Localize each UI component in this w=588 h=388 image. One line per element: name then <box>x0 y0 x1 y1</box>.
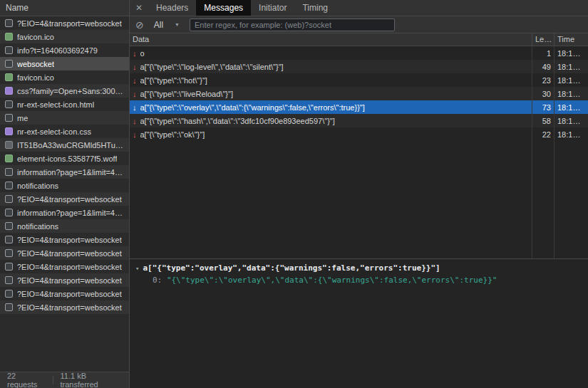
resource-type-icon <box>5 127 13 135</box>
message-row[interactable]: ↓ a["{\"type\":\"ok\"}"] 22 18:1… <box>130 127 588 141</box>
request-name: websocket <box>17 60 54 68</box>
request-row[interactable]: information?page=1&limit=4… <box>0 165 129 179</box>
request-row[interactable]: ?EIO=4&transport=websocket <box>0 16 129 30</box>
resource-type-icon <box>5 249 13 257</box>
message-length: 58 <box>532 117 555 125</box>
network-status-bar: 22 requests 11.1 kB transferred <box>0 372 129 388</box>
payload-summary: a["{"type":"overlay","data":{"warnings":… <box>143 263 440 273</box>
message-length: 30 <box>532 90 555 98</box>
resource-type-icon <box>5 60 13 68</box>
resource-type-icon <box>5 46 13 54</box>
resource-type-icon <box>5 114 13 122</box>
tab-initiator[interactable]: Initiator <box>251 0 294 16</box>
message-row[interactable]: ↓ a["{\"type\":\"liveReload\"}"] 30 18:1… <box>130 87 588 100</box>
column-header-length[interactable]: Le… <box>532 33 555 46</box>
request-row[interactable]: notifications <box>0 219 129 233</box>
request-name: ?EIO=4&transport=websocket <box>17 195 122 204</box>
message-data: o <box>140 49 145 58</box>
column-header-time[interactable]: Time <box>555 33 588 46</box>
payload-item-key: 0: <box>153 276 167 285</box>
request-row[interactable]: ?EIO=4&transport=websocket <box>0 300 129 314</box>
request-row[interactable]: favicon.ico <box>0 70 129 84</box>
close-detail-button[interactable]: ✕ <box>130 0 148 16</box>
message-data: a["{\"type\":\"log-level\",\"data\":\"si… <box>140 63 284 71</box>
message-row[interactable]: ↓ a["{\"type\":\"hash\",\"data\":\"3dfc1… <box>130 114 588 127</box>
payload-tree-root[interactable]: ▾ a["{"type":"overlay","data":{"warnings… <box>135 263 582 273</box>
message-row[interactable]: ↓ a["{\"type\":\"hot\"}"] 23 18:1… <box>130 73 588 87</box>
devtools-network-panel: Name ?EIO=4&transport=websocket favicon.… <box>0 0 588 388</box>
chevron-down-icon: ▼ <box>175 22 180 27</box>
message-type-filter-dropdown[interactable]: All ▼ <box>151 20 182 30</box>
resource-type-icon <box>5 276 13 284</box>
resource-type-icon <box>5 263 13 271</box>
resource-type-icon <box>5 290 13 298</box>
message-received-arrow-icon: ↓ <box>133 103 137 112</box>
request-row[interactable]: ?EIO=4&transport=websocket <box>0 260 129 273</box>
request-row[interactable]: websocket <box>0 57 129 70</box>
request-list-pane: Name ?EIO=4&transport=websocket favicon.… <box>0 0 130 388</box>
request-row[interactable]: favicon.ico <box>0 30 129 43</box>
message-length: 73 <box>532 103 555 112</box>
column-header-data[interactable]: Data <box>130 33 532 46</box>
message-data: a["{\"type\":\"overlay\",\"data\":{\"war… <box>140 103 365 112</box>
request-name: ?EIO=4&transport=websocket <box>17 303 122 312</box>
request-row[interactable]: me <box>0 111 129 125</box>
request-name: ?EIO=4&transport=websocket <box>17 236 122 244</box>
message-row[interactable]: ↓ o 1 18:1… <box>130 46 588 60</box>
request-row[interactable]: nr-ext-select-icon.css <box>0 125 129 138</box>
message-received-arrow-icon: ↓ <box>133 76 137 85</box>
transferred-size: 11.1 kB transferred <box>61 372 122 388</box>
request-row[interactable]: ?EIO=4&transport=websocket <box>0 273 129 287</box>
message-data: a["{\"type\":\"hot\"}"] <box>140 76 207 85</box>
resource-type-icon <box>5 73 13 81</box>
message-received-arrow-icon: ↓ <box>133 117 137 125</box>
payload-tree-item[interactable]: 0: "{\"type\":\"overlay\",\"data\":{\"wa… <box>135 276 582 285</box>
request-row[interactable]: ?EIO=4&transport=websocket <box>0 287 129 300</box>
tab-headers[interactable]: Headers <box>148 0 196 16</box>
name-column-header[interactable]: Name <box>0 0 129 16</box>
tab-messages[interactable]: Messages <box>196 0 251 16</box>
request-name: notifications <box>17 182 58 190</box>
request-row[interactable]: ?EIO=4&transport=websocket <box>0 246 129 260</box>
resource-type-icon <box>5 87 13 95</box>
request-row[interactable]: information?page=1&limit=4… <box>0 206 129 219</box>
expand-triangle-icon: ▾ <box>135 265 139 272</box>
tab-timing[interactable]: Timing <box>294 0 336 16</box>
request-name: ?EIO=4&transport=websocket <box>17 249 122 258</box>
messages-table-header: Data Le… Time <box>130 33 588 46</box>
request-name: element-icons.535877f5.woff <box>17 154 117 163</box>
request-name: favicon.ico <box>17 33 54 41</box>
request-list: ?EIO=4&transport=websocket favicon.ico i… <box>0 16 129 372</box>
detail-tab-bar: ✕ Headers Messages Initiator Timing <box>130 0 588 16</box>
request-name: ?EIO=4&transport=websocket <box>17 276 122 285</box>
request-name: css?family=Open+Sans:300,… <box>17 87 124 95</box>
message-length: 49 <box>532 63 555 71</box>
resource-type-icon <box>5 303 13 311</box>
status-divider <box>53 376 53 384</box>
request-row[interactable]: ?EIO=4&transport=websocket <box>0 192 129 206</box>
request-row[interactable]: element-icons.535877f5.woff <box>0 152 129 165</box>
message-received-arrow-icon: ↓ <box>133 90 137 98</box>
regex-filter-input[interactable] <box>190 19 395 31</box>
resource-type-icon <box>5 100 13 108</box>
resource-type-icon <box>5 154 13 162</box>
request-row[interactable]: IT51BoA33wuCRGMld5HTu… <box>0 138 129 152</box>
request-name: IT51BoA33wuCRGMld5HTu… <box>17 141 123 150</box>
request-name: nr-ext-select-icon.css <box>17 127 91 136</box>
clear-messages-icon[interactable]: ⊘ <box>135 20 144 30</box>
request-name: information?page=1&limit=4… <box>17 168 123 177</box>
request-row[interactable]: css?family=Open+Sans:300,… <box>0 84 129 98</box>
resource-type-icon <box>5 222 13 230</box>
request-row[interactable]: notifications <box>0 179 129 192</box>
request-row[interactable]: nr-ext-select-icon.html <box>0 98 129 111</box>
message-type-filter-value: All <box>154 20 163 30</box>
message-row[interactable]: ↓ a["{\"type\":\"overlay\",\"data\":{\"w… <box>130 100 588 114</box>
close-icon: ✕ <box>135 3 143 13</box>
message-data: a["{\"type\":\"liveReload\"}"] <box>140 90 233 98</box>
resource-type-icon <box>5 236 13 243</box>
resource-type-icon <box>5 168 13 176</box>
message-time: 18:1… <box>555 117 588 125</box>
request-row[interactable]: info?t=1640603692479 <box>0 43 129 57</box>
message-row[interactable]: ↓ a["{\"type\":\"log-level\",\"data\":\"… <box>130 60 588 73</box>
request-row[interactable]: ?EIO=4&transport=websocket <box>0 233 129 246</box>
